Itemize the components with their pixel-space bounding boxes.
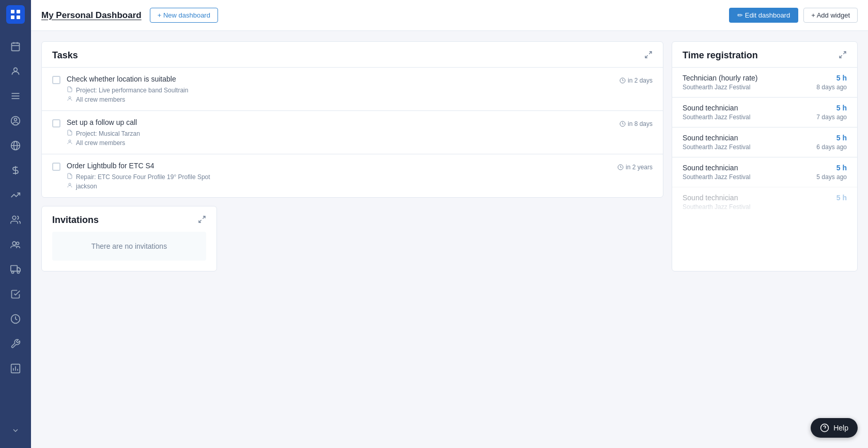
list-item: Sound technician Southearth Jazz Festiva… bbox=[672, 97, 857, 127]
table-row: Set up a follow up call Project: Musical… bbox=[42, 110, 663, 154]
time-entry-title-1: Technician (hourly rate) bbox=[683, 74, 810, 82]
help-label: Help bbox=[833, 424, 848, 432]
document-icon-2 bbox=[67, 130, 73, 137]
list-item: Sound technician Southearth Jazz Festiva… bbox=[672, 127, 857, 157]
time-widget-title: Time registration bbox=[683, 50, 758, 61]
person-small-icon bbox=[67, 95, 73, 103]
svg-line-31 bbox=[645, 55, 648, 58]
time-entry-project-2: Southearth Jazz Festival bbox=[683, 114, 810, 121]
task-checkbox-3[interactable] bbox=[52, 163, 60, 171]
calendar-icon[interactable] bbox=[5, 36, 26, 57]
tasks-widget: Tasks Check whether location is suitable bbox=[41, 41, 663, 198]
globe-icon[interactable] bbox=[5, 135, 26, 156]
sidebar bbox=[0, 0, 31, 448]
task-title-3: Order Lightbulb for ETC S4 bbox=[67, 162, 611, 170]
svg-rect-2 bbox=[11, 15, 14, 19]
time-entry-project-5: Southearth Jazz Festival bbox=[683, 203, 830, 211]
table-row: Order Lightbulb for ETC S4 Repair: ETC S… bbox=[42, 154, 663, 197]
svg-rect-1 bbox=[17, 10, 20, 13]
user-circle-icon[interactable] bbox=[5, 110, 26, 131]
task-meta-1: Project: Live performance band Soultrain… bbox=[67, 86, 613, 103]
time-entry-project-4: Southearth Jazz Festival bbox=[683, 173, 810, 181]
time-entry-hours-4: 5 h bbox=[816, 164, 847, 172]
svg-point-8 bbox=[14, 68, 18, 71]
group-icon[interactable] bbox=[5, 234, 26, 255]
invitations-widget-header: Invitations bbox=[42, 206, 216, 232]
list-item: Sound technician Southearth Jazz Festiva… bbox=[672, 187, 857, 217]
svg-line-30 bbox=[649, 52, 652, 54]
svg-line-38 bbox=[843, 52, 846, 54]
check-tasks-icon[interactable] bbox=[5, 284, 26, 305]
task-title-2: Set up a follow up call bbox=[67, 118, 613, 126]
list-icon[interactable] bbox=[5, 86, 26, 106]
document-icon-3 bbox=[67, 173, 73, 181]
time-entry-ago-2: 7 days ago bbox=[816, 114, 847, 121]
app-logo[interactable] bbox=[6, 5, 25, 24]
task-checkbox-1[interactable] bbox=[52, 76, 60, 84]
svg-point-13 bbox=[14, 118, 17, 121]
task-content-1: Check whether location is suitable Proje… bbox=[67, 75, 613, 103]
time-entry-title-4: Sound technician bbox=[683, 164, 810, 172]
task-assignee-3: jackson bbox=[67, 182, 611, 190]
contacts-icon[interactable] bbox=[5, 210, 26, 230]
time-registration-widget: Time registration Technician (hourly rat… bbox=[672, 41, 858, 271]
wrench-icon[interactable] bbox=[5, 333, 26, 354]
main-area: My Personal Dashboard + New dashboard ✏ … bbox=[31, 0, 868, 448]
dashboard-content: Tasks Check whether location is suitable bbox=[31, 31, 868, 448]
time-entry-project-3: Southearth Jazz Festival bbox=[683, 143, 810, 151]
topbar-actions: ✏ Edit dashboard + Add widget bbox=[729, 8, 858, 23]
clock-icon-small-2 bbox=[619, 121, 626, 127]
no-invitations-message: There are no invitations bbox=[52, 232, 206, 261]
task-due-3: in 2 years bbox=[617, 162, 653, 171]
svg-point-32 bbox=[69, 97, 71, 99]
time-entry-title-3: Sound technician bbox=[683, 134, 810, 142]
person-small-icon-2 bbox=[67, 139, 73, 147]
svg-rect-4 bbox=[12, 43, 20, 51]
task-content-2: Set up a follow up call Project: Musical… bbox=[67, 118, 613, 147]
svg-line-41 bbox=[199, 220, 202, 222]
time-entry-project-1: Southearth Jazz Festival bbox=[683, 84, 810, 91]
task-assignee-1: All crew members bbox=[67, 95, 613, 103]
list-item: Technician (hourly rate) Southearth Jazz… bbox=[672, 67, 857, 97]
new-dashboard-button[interactable]: + New dashboard bbox=[150, 8, 218, 23]
help-button[interactable]: Help bbox=[811, 418, 858, 438]
svg-point-23 bbox=[12, 271, 14, 273]
person-icon[interactable] bbox=[5, 61, 26, 82]
analytics-icon[interactable] bbox=[5, 185, 26, 205]
svg-rect-3 bbox=[17, 15, 20, 19]
svg-point-34 bbox=[69, 140, 71, 142]
task-title-1: Check whether location is suitable bbox=[67, 75, 613, 83]
time-entry-hours-5: 5 h bbox=[836, 194, 847, 202]
invitations-expand-icon[interactable] bbox=[198, 215, 206, 226]
topbar: My Personal Dashboard + New dashboard ✏ … bbox=[31, 0, 868, 31]
invitations-widget: Invitations There are no invitations bbox=[41, 206, 217, 271]
svg-rect-21 bbox=[11, 266, 17, 271]
edit-dashboard-button[interactable]: ✏ Edit dashboard bbox=[729, 8, 798, 23]
task-due-1: in 2 days bbox=[619, 75, 653, 84]
task-project-3: Repair: ETC Source Four Profile 19° Prof… bbox=[67, 173, 611, 181]
task-project-1: Project: Live performance band Soultrain bbox=[67, 86, 613, 94]
list-item: Sound technician Southearth Jazz Festiva… bbox=[672, 157, 857, 187]
time-icon[interactable] bbox=[5, 309, 26, 329]
tasks-expand-icon[interactable] bbox=[644, 51, 653, 61]
chevron-down-icon[interactable] bbox=[5, 420, 26, 441]
task-checkbox-2[interactable] bbox=[52, 119, 60, 127]
dollar-icon[interactable] bbox=[5, 160, 26, 181]
time-entry-title-2: Sound technician bbox=[683, 104, 810, 112]
svg-point-18 bbox=[12, 216, 16, 220]
task-due-2: in 8 days bbox=[619, 118, 653, 127]
reports-icon[interactable] bbox=[5, 358, 26, 379]
time-entries-container: Technician (hourly rate) Southearth Jazz… bbox=[672, 67, 857, 217]
svg-rect-0 bbox=[11, 10, 14, 13]
help-icon bbox=[820, 423, 829, 433]
task-project-2: Project: Musical Tarzan bbox=[67, 130, 613, 137]
time-expand-icon[interactable] bbox=[839, 51, 847, 61]
time-entry-ago-4: 5 days ago bbox=[816, 173, 847, 181]
truck-icon[interactable] bbox=[5, 259, 26, 280]
time-entry-title-5: Sound technician bbox=[683, 194, 830, 202]
svg-point-19 bbox=[12, 242, 16, 245]
time-widget-header: Time registration bbox=[672, 42, 857, 67]
svg-point-24 bbox=[17, 271, 19, 273]
time-entry-hours-1: 5 h bbox=[816, 74, 847, 82]
add-widget-button[interactable]: + Add widget bbox=[803, 8, 858, 23]
